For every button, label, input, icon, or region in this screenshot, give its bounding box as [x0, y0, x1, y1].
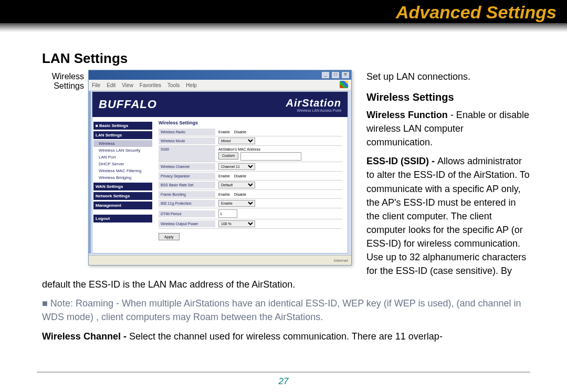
- row-channel: Wireless Channel Channel 11: [159, 162, 342, 172]
- select-power[interactable]: 100 %: [218, 220, 255, 227]
- apply-button[interactable]: Apply: [159, 233, 180, 240]
- screenshot-block: Wireless Settings _ □ X File Edit View F…: [42, 70, 357, 266]
- sidebar-group-management[interactable]: Management: [93, 202, 152, 209]
- sidebar-group-wan[interactable]: WAN Settings: [93, 183, 152, 190]
- app-main: Wireless Settings Wireless Radio EnableD…: [153, 117, 348, 253]
- row-dtim: DTIM Period: [159, 208, 342, 219]
- status-text: Internet: [334, 258, 348, 263]
- row-wireless-radio: Wireless Radio EnableDisable: [159, 128, 342, 136]
- app-sidebar: ■ Basic Settings LAN Settings Wireless W…: [92, 117, 153, 253]
- header-bar: Advanced Settings: [0, 0, 567, 33]
- maximize-button[interactable]: □: [331, 71, 340, 79]
- ssid-input[interactable]: [240, 152, 301, 161]
- select-bss[interactable]: Default: [218, 182, 255, 188]
- radio-enable[interactable]: Enable: [218, 130, 230, 134]
- note-text: ■ Note: Roaming - When multiple AirStati…: [42, 296, 530, 324]
- page-number: 27: [0, 376, 567, 387]
- panel-title: Wireless Settings: [159, 120, 342, 125]
- section-heading: LAN Settings: [42, 50, 530, 67]
- app-body: BUFFALO AirStation Wireless LAN Access P…: [92, 91, 348, 253]
- brand-logo: BUFFALO: [99, 98, 157, 111]
- browser-window: _ □ X File Edit View Favorites Tools Hel…: [88, 70, 352, 266]
- windows-flag-icon: [340, 81, 348, 88]
- sidebar-group-basic[interactable]: ■ Basic Settings: [93, 122, 152, 130]
- row-ssid: SSID AirStation's MAC Address Custom: [159, 146, 342, 162]
- brand-product: AirStation: [286, 97, 341, 109]
- window-status-bar: Internet: [89, 255, 351, 265]
- sidebar-item-security[interactable]: Wireless LAN Security: [93, 147, 152, 154]
- dtim-input[interactable]: [218, 209, 237, 218]
- content-area: LAN Settings Wireless Settings _ □ X Fil…: [0, 33, 567, 343]
- left-scroll-strip: [89, 91, 91, 253]
- menu-view[interactable]: View: [122, 82, 133, 88]
- ssid-custom-button[interactable]: Custom: [218, 152, 238, 160]
- row-output-power: Wireless Output Power 100 %: [159, 219, 342, 229]
- menu-favorites[interactable]: Favorites: [140, 82, 161, 88]
- row-wireless-mode: Wireless Mode Mixed: [159, 136, 342, 146]
- select-mode[interactable]: Mixed: [218, 137, 255, 144]
- select-protection[interactable]: Enable: [218, 200, 255, 207]
- menu-help[interactable]: Help: [186, 82, 197, 88]
- header-title: Advanced Settings: [396, 2, 556, 23]
- menu-tools[interactable]: Tools: [167, 82, 180, 88]
- row-privacy: Privacy Separator EnableDisable: [159, 172, 342, 181]
- below-text: ■ Note: Roaming - When multiple AirStati…: [42, 296, 530, 343]
- ssid-hint: AirStation's MAC Address: [218, 147, 260, 151]
- menu-file[interactable]: File: [92, 82, 100, 88]
- radio-disable[interactable]: Disable: [234, 130, 246, 134]
- sidebar-item-lanport[interactable]: LAN Port: [93, 154, 152, 161]
- menu-edit[interactable]: Edit: [107, 82, 116, 88]
- screenshot-caption: Wireless Settings: [42, 70, 88, 91]
- footer-rule: [37, 372, 530, 373]
- close-button[interactable]: X: [341, 71, 350, 79]
- row-bss: BSS Basic Rate Set Default: [159, 181, 342, 190]
- header-gradient: [0, 23, 567, 33]
- sidebar-group-logout[interactable]: Logout: [93, 215, 152, 223]
- channel-text: Wireless Channel - Select the channel us…: [42, 330, 530, 343]
- window-menubar: File Edit View Favorites Tools Help: [89, 80, 351, 91]
- sidebar-item-bridging[interactable]: Wireless Bridging: [93, 174, 152, 181]
- row-protection: 802.11g Protection Enable: [159, 199, 342, 208]
- row-frame-burst: Frame Bursting EnableDisable: [159, 190, 342, 199]
- sidebar-group-network[interactable]: Network Settings: [93, 192, 152, 200]
- app-header: BUFFALO AirStation Wireless LAN Access P…: [92, 92, 348, 117]
- window-titlebar: _ □ X: [89, 70, 351, 80]
- sidebar-item-dhcp[interactable]: DHCP Server: [93, 161, 152, 167]
- sidebar-item-macfilter[interactable]: Wireless MAC Filtering: [93, 167, 152, 174]
- minimize-button[interactable]: _: [321, 71, 330, 79]
- sidebar-group-lan[interactable]: LAN Settings: [93, 131, 152, 139]
- brand-subtitle: Wireless LAN Access Point: [286, 109, 341, 112]
- sidebar-item-wireless[interactable]: Wireless: [93, 140, 152, 147]
- select-channel[interactable]: Channel 11: [218, 163, 255, 170]
